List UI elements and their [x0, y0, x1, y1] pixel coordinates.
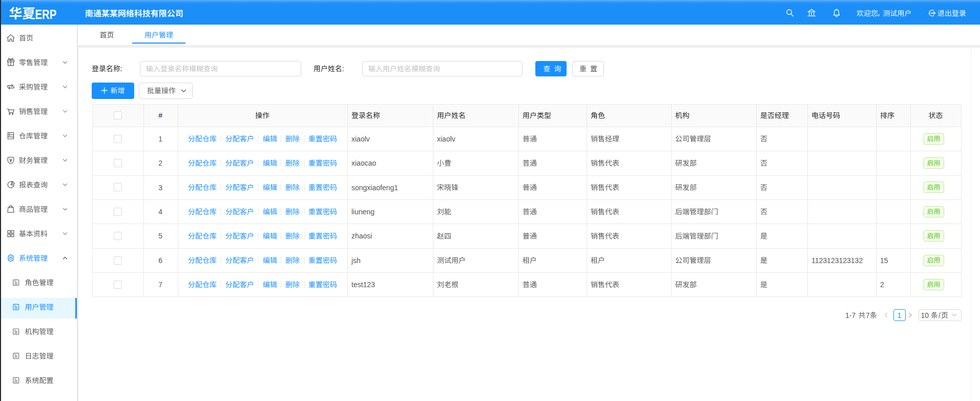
svg-text:/: /: [939, 311, 941, 319]
svg-text:xiaocao: xiaocao: [351, 159, 376, 167]
svg-text:xiaolv: xiaolv: [351, 135, 370, 143]
svg-text:ERP: ERP: [35, 7, 57, 22]
svg-text:#: #: [158, 111, 162, 119]
svg-text:15: 15: [880, 256, 888, 265]
svg-text:4: 4: [158, 208, 162, 216]
svg-text:3: 3: [158, 184, 162, 192]
svg-text:2: 2: [880, 280, 884, 289]
svg-text:1-7: 1-7: [845, 311, 856, 319]
svg-text:10: 10: [921, 311, 929, 319]
svg-text:jsh: jsh: [351, 256, 361, 265]
svg-text:songxiaofeng1: songxiaofeng1: [351, 184, 398, 192]
svg-text:2: 2: [158, 159, 162, 167]
svg-text:7: 7: [158, 280, 162, 289]
svg-text:1: 1: [158, 135, 162, 143]
svg-text:1: 1: [898, 311, 902, 319]
svg-text::: :: [342, 65, 344, 73]
svg-text:zhaosi: zhaosi: [351, 232, 372, 240]
svg-text:1123123123132: 1123123123132: [811, 256, 863, 265]
svg-text:liuneng: liuneng: [351, 208, 374, 216]
svg-text::: :: [120, 65, 122, 73]
svg-text:7: 7: [866, 311, 870, 319]
svg-text:test123: test123: [351, 280, 375, 289]
svg-text:5: 5: [158, 232, 162, 240]
svg-text:xiaolv: xiaolv: [437, 135, 455, 143]
svg-text:6: 6: [158, 256, 162, 265]
